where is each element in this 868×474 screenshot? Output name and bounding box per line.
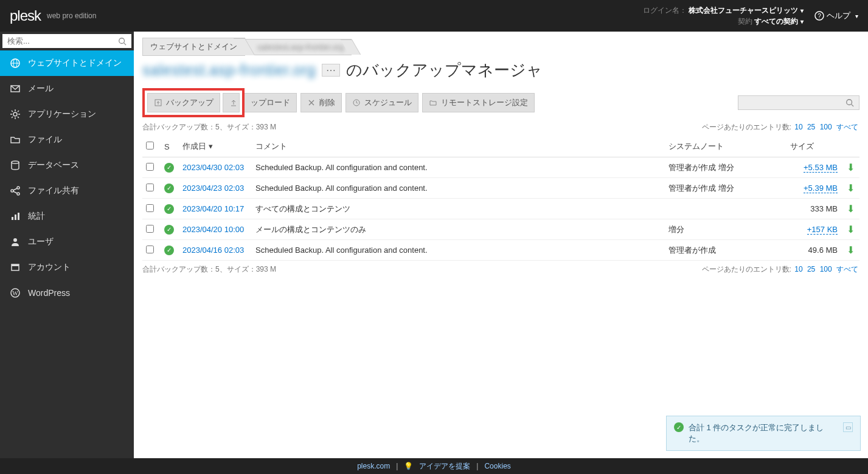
search-icon[interactable] [845, 98, 854, 107]
sidebar-item-wordpress[interactable]: W WordPress [0, 280, 134, 306]
toast-collapse-button[interactable]: ▭ [843, 422, 853, 432]
row-checkbox[interactable] [146, 246, 154, 253]
backup-size[interactable]: +5.53 MB [786, 157, 841, 178]
svg-rect-28 [12, 264, 19, 266]
folder-icon [10, 134, 21, 145]
sidebar-item-stats[interactable]: 統計 [0, 204, 134, 229]
backup-date-link[interactable]: 2023/04/20 10:00 [182, 225, 244, 234]
pager-100[interactable]: 100 [820, 123, 832, 131]
sidebar-item-mail[interactable]: メール [0, 76, 134, 101]
download-icon[interactable]: ⬇ [847, 204, 855, 214]
svg-point-18 [11, 190, 13, 192]
header-sysnote[interactable]: システムノート [665, 136, 786, 157]
delete-icon [307, 98, 316, 107]
backup-date-link[interactable]: 2023/04/16 02:03 [182, 246, 244, 255]
footer-cookies-link[interactable]: Cookies [484, 462, 510, 470]
table-search[interactable] [738, 95, 859, 110]
svg-point-26 [13, 238, 17, 242]
backup-table: S 作成日 ▾ コメント システムノート サイズ ✓2023/04/30 02:… [142, 136, 859, 261]
backup-sysnote [665, 199, 786, 219]
sidebar-item-label: データベース [28, 160, 79, 171]
summary-bottom: 合計バックアップ数：5、サイズ：393 M ページあたりのエントリ数: 10 2… [142, 264, 859, 275]
footer-plesk-link[interactable]: plesk.com [357, 462, 390, 470]
svg-line-15 [12, 117, 13, 118]
header-status[interactable]: S [161, 136, 179, 157]
sidebar-item-account[interactable]: アカウント [0, 255, 134, 280]
svg-point-8 [13, 112, 17, 116]
table-row: ✓2023/04/23 02:03Scheduled Backup. All c… [142, 178, 859, 199]
upload-button[interactable]: ップロード [245, 93, 297, 112]
download-icon[interactable]: ⬇ [847, 245, 855, 255]
globe-icon [10, 58, 21, 69]
sidebar-item-label: メール [28, 83, 54, 94]
row-checkbox[interactable] [146, 184, 154, 191]
schedule-button[interactable]: スケジュール [345, 93, 418, 112]
svg-text:?: ? [818, 13, 821, 19]
domain-dropdown-button[interactable]: ⋯ [322, 64, 340, 77]
plesk-logo[interactable]: plesk [10, 7, 41, 24]
sidebar-item-apps[interactable]: アプリケーション [0, 101, 134, 127]
summary-top: 合計バックアップ数：5、サイズ：393 M ページあたりのエントリ数: 10 2… [142, 122, 859, 132]
backup-date-link[interactable]: 2023/04/20 10:17 [182, 204, 244, 213]
upload-button-partial[interactable] [223, 93, 240, 112]
pager-all[interactable]: すべて [836, 265, 858, 273]
pager-10[interactable]: 10 [794, 123, 802, 131]
download-icon[interactable]: ⬇ [847, 162, 855, 173]
pager-bottom: ページあたりのエントリ数: 10 25 100 すべて [702, 264, 859, 275]
download-icon[interactable]: ⬇ [847, 224, 855, 235]
toolbar: バックアップ ップロード 削除 スケジュール リモートストレージ設定 [142, 88, 859, 117]
login-name[interactable]: 株式会社フューチャースピリッツ [689, 6, 804, 15]
pager-25[interactable]: 25 [807, 265, 815, 273]
header-date[interactable]: 作成日 ▾ [179, 136, 252, 157]
search-input[interactable] [7, 36, 118, 46]
clock-icon [352, 98, 361, 107]
header-size[interactable]: サイズ [786, 136, 841, 157]
svg-point-17 [12, 161, 19, 163]
pager-10[interactable]: 10 [794, 265, 802, 273]
status-ok-icon: ✓ [164, 204, 174, 214]
toast-notification: ✓ 合計 1 件のタスクが正常に完了しました。 ▭ [666, 416, 861, 451]
backup-date-link[interactable]: 2023/04/30 02:03 [182, 163, 244, 172]
svg-point-38 [847, 100, 852, 105]
svg-line-21 [13, 188, 17, 190]
sidebar-item-databases[interactable]: データベース [0, 153, 134, 178]
backup-date-link[interactable]: 2023/04/23 02:03 [182, 184, 244, 193]
backup-button[interactable]: バックアップ [147, 93, 220, 112]
sidebar-item-fileshare[interactable]: ファイル共有 [0, 178, 134, 204]
backup-sysnote: 増分 [665, 219, 786, 240]
delete-button[interactable]: 削除 [300, 93, 342, 112]
login-info[interactable]: ログイン名： 株式会社フューチャースピリッツ 契約 すべての契約 [643, 5, 804, 27]
svg-line-22 [13, 191, 17, 193]
sidebar-item-files[interactable]: ファイル [0, 127, 134, 153]
edition-label: web pro edition [47, 12, 96, 20]
pager-all[interactable]: すべて [836, 123, 858, 131]
database-icon [10, 160, 21, 171]
svg-line-13 [12, 111, 13, 112]
backup-size[interactable]: +5.39 MB [786, 178, 841, 199]
pager-25[interactable]: 25 [807, 123, 815, 131]
login-label: ログイン名： [643, 6, 687, 15]
footer-idea-link[interactable]: アイデアを提案 [419, 461, 470, 472]
svg-text:W: W [12, 290, 18, 297]
bulb-icon: 💡 [404, 462, 413, 470]
row-checkbox[interactable] [146, 225, 154, 233]
header-comment[interactable]: コメント [252, 136, 665, 157]
sidebar-search[interactable] [2, 34, 131, 48]
help-link[interactable]: ? ヘルプ [814, 10, 858, 21]
backup-size[interactable]: +157 KB [786, 219, 841, 240]
row-checkbox[interactable] [146, 163, 154, 171]
contract-value[interactable]: すべての契約 [754, 17, 804, 26]
svg-point-20 [17, 193, 19, 195]
breadcrumb-item-domain[interactable]: salestest.asp-frontier.org [245, 39, 352, 55]
search-icon[interactable] [118, 37, 127, 46]
page-title-text: のバックアップマネージャ [346, 60, 543, 81]
row-checkbox[interactable] [146, 204, 154, 212]
breadcrumb-item-websites[interactable]: ウェブサイトとドメイン [142, 38, 245, 56]
remote-storage-button[interactable]: リモートストレージ設定 [422, 93, 535, 112]
sidebar-item-users[interactable]: ユーザ [0, 229, 134, 255]
svg-line-3 [124, 43, 127, 45]
pager-100[interactable]: 100 [820, 265, 832, 273]
sidebar-item-websites[interactable]: ウェブサイトとドメイン [0, 50, 134, 76]
download-icon[interactable]: ⬇ [847, 183, 855, 193]
select-all-checkbox[interactable] [146, 142, 154, 149]
